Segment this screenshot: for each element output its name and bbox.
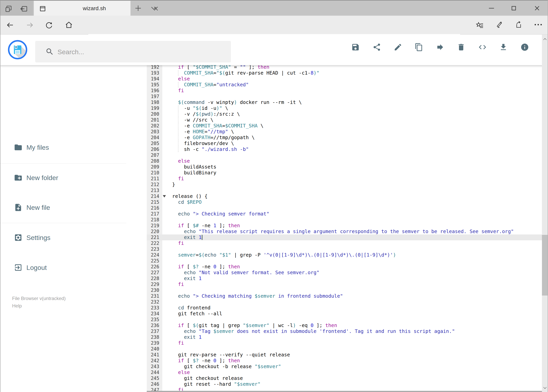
scrollbar-thumb[interactable] [542, 235, 548, 295]
code-line[interactable]: -e HOME="//tmp" \ [147, 129, 542, 135]
move-icon[interactable] [436, 43, 444, 51]
page-scrollbar[interactable] [542, 35, 548, 392]
code-line[interactable]: git rev-parse --verify --quiet release [147, 352, 542, 358]
code-line[interactable] [147, 217, 542, 223]
code-line[interactable] [147, 246, 542, 252]
code-line[interactable]: } [147, 182, 542, 188]
save-icon[interactable] [351, 43, 360, 51]
code-line[interactable]: $(command -v winpty) docker run --rm -it… [147, 99, 542, 105]
code-line[interactable]: else [147, 76, 542, 82]
filebrowser-logo[interactable] [8, 40, 28, 59]
new-folder-icon [14, 173, 22, 182]
sidebar-item-label: Logout [26, 264, 47, 272]
code-line[interactable]: -v /$(pwd):/src:z \ [147, 111, 542, 117]
code-line[interactable]: echo "Tag $semver does not exist in subm… [147, 328, 542, 334]
scroll-down-icon[interactable] [543, 387, 547, 389]
code-line[interactable]: sh -c "./wizard.sh -b" [147, 146, 542, 152]
more-options-icon[interactable] [534, 23, 542, 26]
set-tabs-aside-icon[interactable] [20, 5, 28, 13]
hub-favorites-icon[interactable] [476, 21, 484, 29]
code-line[interactable] [147, 94, 542, 99]
code-line[interactable]: if [ $? -ne 0 ]; then [147, 264, 542, 270]
minimize-icon[interactable] [489, 8, 494, 9]
code-line[interactable]: fi [147, 176, 542, 182]
info-icon[interactable] [520, 43, 529, 51]
fold-arrow-icon[interactable] [163, 195, 166, 197]
code-line[interactable]: fi [147, 281, 542, 287]
code-line[interactable]: exit 1 [147, 334, 542, 340]
code-line[interactable] [147, 317, 542, 322]
code-line[interactable] [147, 205, 542, 211]
code-line[interactable] [147, 299, 542, 305]
code-line[interactable]: fi [147, 88, 542, 94]
edit-icon[interactable] [394, 43, 402, 51]
code-line[interactable]: fi [147, 240, 542, 246]
code-line[interactable]: if [ $(git tag | grep "$semver" | wc -l)… [147, 322, 542, 328]
code-line[interactable]: if [ $? -ne 0 ]; then [147, 358, 542, 364]
code-line[interactable] [147, 287, 542, 293]
code-line[interactable]: -e COMMIT_SHA=$COMMIT_SHA \ [147, 123, 542, 129]
sidebar-item-my-files[interactable]: My files [14, 143, 49, 152]
code-line[interactable] [147, 258, 542, 264]
code-editor[interactable]: 1921931941951961971981992002012022032042… [147, 65, 542, 392]
maximize-icon[interactable] [512, 6, 516, 10]
code-line[interactable]: buildAssets [147, 164, 542, 170]
code-line[interactable]: COMMIT_SHA="untracked" [147, 82, 542, 88]
back-icon[interactable] [6, 21, 14, 29]
code-line[interactable]: else [147, 370, 542, 375]
code-line[interactable] [147, 188, 542, 193]
sidebar-item-logout[interactable]: Logout [14, 263, 47, 272]
scroll-up-icon[interactable] [543, 38, 547, 40]
code-line[interactable]: git reset --hard "$semver" [147, 381, 542, 387]
tabs-preview-icon[interactable] [5, 5, 13, 13]
code-line[interactable]: echo "Not valid semver format. See semve… [147, 270, 542, 276]
web-note-pen-icon[interactable] [495, 21, 503, 29]
code-line[interactable]: -u "$(id -u)" \ [147, 105, 542, 111]
code-line[interactable]: git checkout release [147, 375, 542, 381]
code-line[interactable]: else [147, 158, 542, 164]
code-line[interactable]: -w //src \ [147, 117, 542, 123]
logout-icon [14, 263, 22, 272]
share-page-icon[interactable] [514, 21, 522, 29]
search-input[interactable] [57, 41, 226, 63]
delete-icon[interactable] [457, 43, 465, 51]
code-line[interactable]: git checkout -b release "$semver" [147, 364, 542, 370]
code-line[interactable]: exit 1 [147, 234, 542, 240]
share-icon[interactable] [373, 43, 381, 51]
code-line[interactable] [147, 346, 542, 352]
code-line[interactable]: echo "> Checking semver format" [147, 211, 542, 217]
code-line[interactable]: echo "This release script requires a sin… [147, 229, 542, 234]
sidebar-item-settings[interactable]: Settings [14, 233, 50, 242]
sidebar-item-new-file[interactable]: New file [14, 203, 50, 212]
code-icon[interactable] [478, 43, 487, 51]
tab-preview-chevron-icon[interactable] [151, 7, 157, 10]
search-icon [45, 47, 54, 56]
forward-icon[interactable] [26, 21, 34, 29]
code-line[interactable]: filebrowser/dev \ [147, 140, 542, 146]
browser-tab[interactable]: wizard.sh [34, 1, 131, 16]
sidebar-divider [0, 163, 126, 164]
horizontal-scrollbar[interactable] [147, 391, 542, 392]
code-line[interactable]: fi [147, 340, 542, 346]
code-line[interactable]: COMMIT_SHA="$(git rev-parse HEAD | cut -… [147, 70, 542, 76]
code-line[interactable]: cd frontend [147, 305, 542, 311]
code-line[interactable]: -e GOPATH=//tmp/gopath \ [147, 135, 542, 140]
home-icon[interactable] [65, 21, 73, 29]
help-link[interactable]: Help [12, 303, 22, 309]
copy-icon[interactable] [415, 43, 423, 51]
code-line[interactable]: release () { [147, 193, 542, 199]
code-line[interactable] [147, 152, 542, 158]
code-line[interactable]: if [ "$COMMIT_SHA" = "" ]; then [147, 65, 542, 70]
code-line[interactable]: if [ $# -ne 1 ]; then [147, 223, 542, 229]
sidebar-item-new-folder[interactable]: New folder [14, 173, 58, 182]
code-line[interactable]: exit 1 [147, 276, 542, 281]
new-tab-icon[interactable] [135, 5, 141, 11]
refresh-icon[interactable] [45, 21, 53, 29]
code-line[interactable]: echo "> Checking matching $semver in fro… [147, 293, 542, 299]
code-line[interactable]: semver=$(echo "$1" | grep -P '^v(0|[1-9]… [147, 252, 542, 258]
code-line[interactable]: git fetch --all [147, 311, 542, 317]
download-icon[interactable] [499, 43, 508, 51]
close-icon[interactable] [535, 6, 539, 10]
code-line[interactable]: buildBinary [147, 170, 542, 176]
code-line[interactable]: cd $REPO [147, 199, 542, 205]
